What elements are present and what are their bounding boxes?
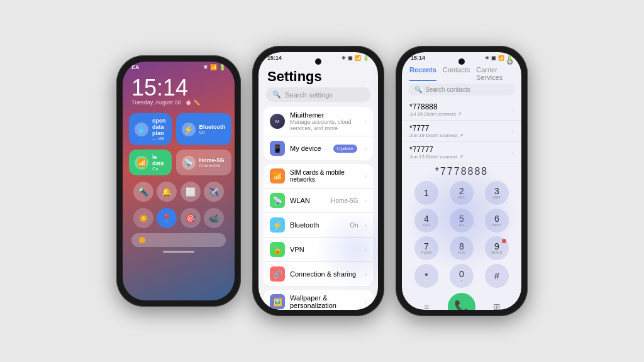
bluetooth-tile[interactable]: ⚡ Bluetooth On	[176, 113, 231, 145]
settings-search-bar[interactable]: 🔍 Search settings	[266, 87, 370, 102]
flashlight-button[interactable]: 🔦	[133, 182, 153, 202]
call-button[interactable]: 📞	[448, 293, 475, 310]
video-button[interactable]: 📹	[204, 208, 224, 228]
tab-contacts[interactable]: Contacts	[443, 66, 470, 81]
quick-actions-row: 🔦 🔔 ⬜ ✈️	[123, 178, 235, 206]
dial-bottom-bar: ≡ 📞 ⊞	[402, 289, 521, 310]
recent-item-2[interactable]: *7777 Jun 19 Didn't connect ↗ ›	[402, 121, 521, 142]
sim-cards-row[interactable]: 📶 SIM cards & mobile networks ›	[264, 164, 373, 189]
data-plan-tile[interactable]: 💧 open data plan — MB	[129, 113, 172, 145]
recent-item-3[interactable]: *77777 Jun 13 Didn't connect ↗ ›	[402, 142, 521, 163]
signal-icon: 📶	[210, 64, 217, 70]
mobile-data-sub: On	[152, 167, 166, 171]
dial-key-1[interactable]: 1	[414, 181, 438, 205]
nav-actions-row: ☀️ 📍 🎯 📹	[123, 206, 235, 231]
tab-carrier[interactable]: Carrier Services	[476, 66, 514, 81]
dial-key-2[interactable]: 2ABC	[450, 181, 474, 205]
mobile-data-label: le data	[152, 154, 166, 167]
wifi-icon-3: 📶	[498, 55, 504, 61]
bluetooth-settings-label: Bluetooth	[290, 221, 345, 229]
punch-hole-3	[458, 58, 465, 65]
chevron-icon-1: ›	[365, 118, 367, 125]
recent-arrow-1: ›	[512, 107, 514, 113]
my-device-text: My device	[290, 145, 328, 152]
vpn-row[interactable]: 🔒 VPN ›	[264, 238, 373, 262]
my-device-row[interactable]: 📱 My device Update ›	[264, 136, 373, 160]
mobile-data-tile[interactable]: 📶 le data On	[129, 150, 172, 175]
brightness-button[interactable]: ☀️	[133, 208, 153, 228]
status-icons-2: ✳ ▣ 📶 🔋	[341, 55, 369, 61]
dial-key-8[interactable]: 8TUV	[450, 236, 474, 260]
home-indicator	[163, 251, 194, 253]
clock-display: 15:14	[123, 72, 235, 99]
bell-button[interactable]: 🔔	[157, 182, 177, 202]
connection-label: Connection & sharing	[290, 270, 360, 278]
focus-button[interactable]: 🎯	[180, 208, 201, 228]
phone-1: EA ✳ 📶 🔋 15:14 Tuesday, August 08 ⏰ ✏️ 💧…	[116, 55, 241, 307]
dial-key-6[interactable]: 6MNO	[485, 209, 509, 233]
dial-key-9[interactable]: 9WXYZ	[485, 236, 509, 260]
my-device-label: My device	[290, 145, 328, 152]
wlan-icon: 📡	[270, 193, 285, 208]
data-label: open data plan	[152, 118, 166, 136]
recent-number-3: *77777	[409, 145, 464, 154]
sim-text: SIM cards & mobile networks	[290, 169, 360, 183]
wallpaper-row[interactable]: 🖼️ Wallpaper & personalization ›	[264, 290, 373, 310]
bluetooth-sub: On	[199, 130, 226, 134]
contacts-search-placeholder: Search contacts	[425, 86, 470, 93]
wallpaper-text: Wallpaper & personalization	[290, 294, 360, 309]
phone-3: 15:14 ✳ ▣ 📶 🔋 ⚙ Recents Contacts Carrier…	[396, 46, 528, 316]
signal-icon-2: ▣	[348, 55, 353, 61]
bluetooth-row[interactable]: ⚡ Bluetooth On ›	[264, 213, 373, 238]
sim-label: SIM cards & mobile networks	[290, 169, 360, 183]
wifi-tile[interactable]: 📡 Home-5G Connected	[176, 150, 231, 175]
wlan-row[interactable]: 📡 WLAN Home-5G ›	[264, 189, 373, 213]
miuithemer-text: Miuithemer Manage accounts, cloud servic…	[290, 111, 360, 131]
search-icon-settings: 🔍	[272, 90, 281, 99]
wlan-value: Home-5G	[331, 197, 358, 204]
dial-key-7[interactable]: 7PQRS	[414, 236, 438, 260]
location-button[interactable]: 📍	[157, 208, 177, 228]
data-sub: — MB	[152, 136, 166, 141]
status-icons-3: ✳ ▣ 📶 🔋	[485, 55, 513, 61]
settings-section-personalization: 🖼️ Wallpaper & personalization › 🔒 Alway…	[264, 290, 373, 310]
dial-key-4[interactable]: 4GHI	[414, 209, 438, 233]
miuithemer-row[interactable]: M Miuithemer Manage accounts, cloud serv…	[264, 107, 373, 136]
recent-info-2: Jun 19 Didn't connect ↗	[409, 133, 464, 138]
dial-key-0[interactable]: 0+	[450, 264, 474, 288]
recent-item-1[interactable]: *778888 Jul 26 Didn't connect ↗ ›	[402, 99, 521, 121]
status-time-3: 15:14	[411, 55, 425, 61]
dial-key-5[interactable]: 5JKL	[450, 209, 474, 233]
settings-title: Settings	[258, 62, 378, 87]
dial-key-3[interactable]: 3DEF	[485, 181, 509, 205]
connection-text: Connection & sharing	[290, 270, 360, 278]
tab-recents[interactable]: Recents	[409, 66, 436, 81]
recent-number-1: *778888	[409, 102, 462, 111]
dial-key-star[interactable]: *	[414, 264, 438, 288]
battery-icon-3: 🔋	[506, 55, 513, 61]
settings-screen: 15:14 ✳ ▣ 📶 🔋 Settings 🔍 Search settings…	[258, 52, 378, 310]
dial-keypad: 1 2ABC 3DEF 4GHI 5JKL 6MNO 7PQRS 8TUV 9W…	[402, 180, 521, 289]
screen-record-button[interactable]: ⬜	[180, 182, 201, 202]
search-bar[interactable]	[131, 233, 226, 247]
dial-grid-button[interactable]: ⊞	[487, 297, 507, 310]
settings-section-network: 📶 SIM cards & mobile networks › 📡 WLAN H…	[264, 164, 373, 286]
dialer-tabs-row: Recents Contacts Carrier Services	[402, 62, 521, 84]
airplane-button[interactable]: ✈️	[204, 182, 224, 202]
dial-menu-button[interactable]: ≡	[416, 297, 436, 310]
bluetooth-icon: ⚡	[182, 123, 196, 136]
bt-icon-2: ✳	[341, 55, 346, 61]
wlan-label: WLAN	[290, 197, 326, 204]
connection-sharing-row[interactable]: 🔗 Connection & sharing ›	[264, 262, 373, 286]
search-placeholder: Search settings	[285, 91, 333, 99]
bluetooth-settings-icon: ⚡	[270, 217, 285, 233]
bt-icon-3: ✳	[485, 55, 489, 61]
miuithemer-avatar: M	[270, 114, 285, 129]
wifi-icon-2: 📶	[355, 55, 361, 61]
contacts-search-bar[interactable]: 🔍 Search contacts	[408, 84, 515, 96]
punch-hole-2	[315, 58, 321, 65]
wlan-text: WLAN	[290, 197, 326, 204]
dial-key-hash[interactable]: #	[485, 264, 509, 288]
bluetooth-label: Bluetooth	[199, 124, 226, 130]
user-initials: EA	[131, 64, 140, 70]
